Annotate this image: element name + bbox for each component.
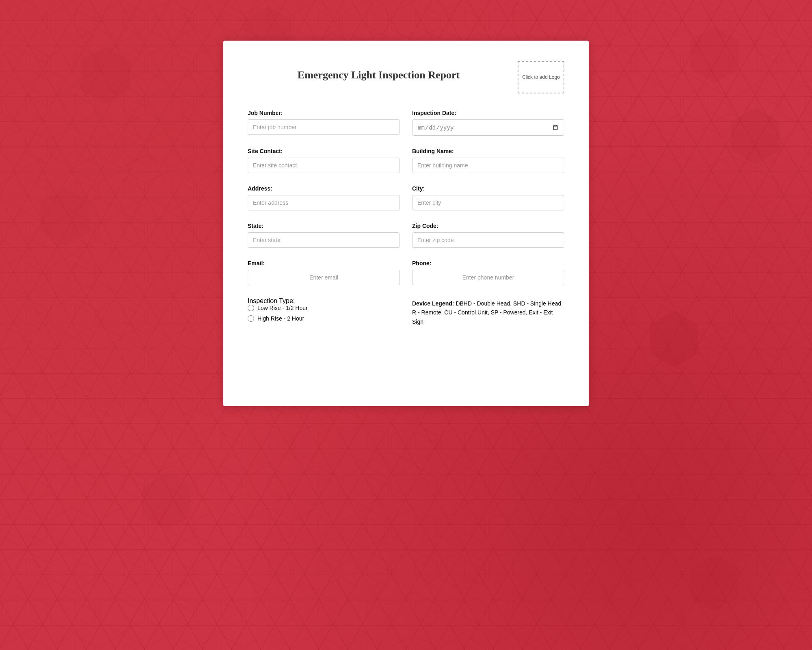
phone-input[interactable] xyxy=(412,270,564,285)
logo-placeholder-text: Click to add Logo xyxy=(522,74,560,81)
field-building-name: Building Name: xyxy=(412,148,564,173)
device-legend: Device Legend: DBHD - Double Head, SHD -… xyxy=(412,297,564,326)
svg-marker-10 xyxy=(690,555,739,611)
field-city: City: xyxy=(412,185,564,210)
row-address-city: Address: City: xyxy=(248,185,564,210)
svg-marker-3 xyxy=(81,47,130,104)
radio-low-rise: Low Rise - 1/2 Hour xyxy=(248,305,400,311)
radio-high-rise-input[interactable] xyxy=(248,315,254,322)
device-legend-column: Device Legend: DBHD - Double Head, SHD -… xyxy=(412,297,564,326)
field-state: State: xyxy=(248,223,400,248)
radio-low-rise-label: Low Rise - 1/2 Hour xyxy=(257,305,308,311)
address-input[interactable] xyxy=(248,195,400,210)
row-inspection-legend: Inspection Type: Low Rise - 1/2 Hour Hig… xyxy=(248,297,564,326)
row-contact-building: Site Contact: Building Name: xyxy=(248,148,564,173)
field-address: Address: xyxy=(248,185,400,210)
row-job-date: Job Number: Inspection Date: xyxy=(248,110,564,136)
inspection-type-label: Inspection Type: xyxy=(248,297,400,305)
city-input[interactable] xyxy=(412,195,564,210)
job-number-input[interactable] xyxy=(248,119,400,135)
email-input[interactable] xyxy=(248,270,400,285)
svg-marker-9 xyxy=(142,473,191,530)
svg-marker-5 xyxy=(690,26,739,83)
job-number-label: Job Number: xyxy=(248,110,400,116)
field-inspection-date: Inspection Date: xyxy=(412,110,564,136)
inspection-type-column: Inspection Type: Low Rise - 1/2 Hour Hig… xyxy=(248,297,400,326)
building-name-label: Building Name: xyxy=(412,148,564,154)
field-site-contact: Site Contact: xyxy=(248,148,400,173)
row-email-phone: Email: Phone: xyxy=(248,260,564,285)
svg-marker-6 xyxy=(731,108,780,165)
svg-marker-7 xyxy=(41,189,89,246)
phone-label: Phone: xyxy=(412,260,564,266)
form-container: Emergency Light Inspection Report Click … xyxy=(223,41,589,406)
field-email: Email: xyxy=(248,260,400,285)
zip-code-label: Zip Code: xyxy=(412,223,564,229)
state-label: State: xyxy=(248,223,400,229)
inspection-date-input[interactable] xyxy=(412,119,564,136)
field-zip-code: Zip Code: xyxy=(412,223,564,248)
field-phone: Phone: xyxy=(412,260,564,285)
state-input[interactable] xyxy=(248,232,400,248)
inspection-date-label: Inspection Date: xyxy=(412,110,564,116)
row-state-zip: State: Zip Code: xyxy=(248,223,564,248)
email-label: Email: xyxy=(248,260,400,266)
header-section: Emergency Light Inspection Report Click … xyxy=(248,61,564,93)
radio-high-rise: High Rise - 2 Hour xyxy=(248,315,400,322)
site-contact-input[interactable] xyxy=(248,158,400,173)
zip-code-input[interactable] xyxy=(412,232,564,248)
svg-marker-8 xyxy=(650,311,698,368)
page-title: Emergency Light Inspection Report xyxy=(248,61,510,81)
site-contact-label: Site Contact: xyxy=(248,148,400,154)
logo-upload-area[interactable]: Click to add Logo xyxy=(518,61,564,93)
building-name-input[interactable] xyxy=(412,158,564,173)
radio-low-rise-input[interactable] xyxy=(248,305,254,311)
city-label: City: xyxy=(412,185,564,192)
address-label: Address: xyxy=(248,185,400,192)
field-job-number: Job Number: xyxy=(248,110,400,136)
radio-high-rise-label: High Rise - 2 Hour xyxy=(257,315,304,322)
device-legend-title: Device Legend: xyxy=(412,300,454,307)
